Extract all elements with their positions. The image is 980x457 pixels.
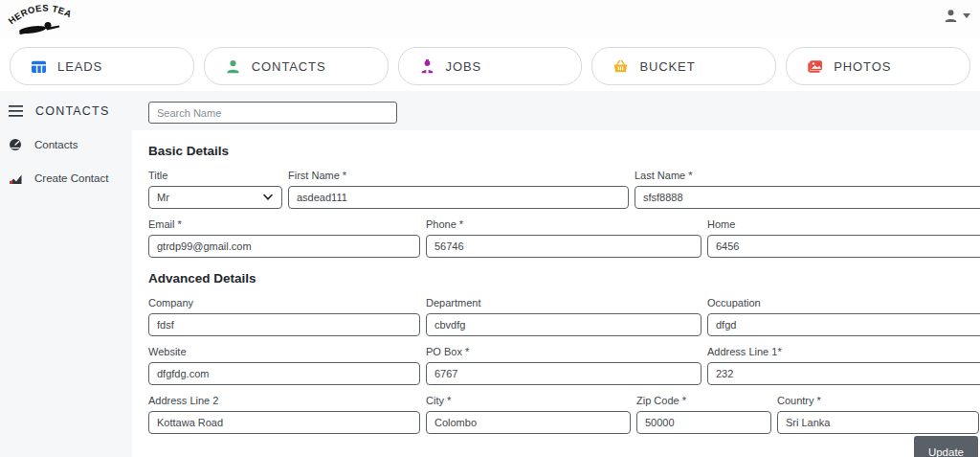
last-name-input[interactable] <box>635 186 980 209</box>
website-label: Website <box>148 346 420 357</box>
company-input[interactable] <box>148 313 420 336</box>
address-line-1-label: Address Line 1* <box>707 346 980 357</box>
sidebar: CONTACTS Contacts Create Contact <box>0 91 132 457</box>
user-icon <box>943 8 959 24</box>
tab-label: JOBS <box>446 59 482 74</box>
person-icon <box>225 58 241 75</box>
tab-label: PHOTOS <box>834 59 891 74</box>
first-name-label: First Name * <box>288 170 629 181</box>
company-label: Company <box>148 297 420 308</box>
form-row: Address Line 2 City * Zip Code * Country… <box>148 395 980 434</box>
tab-label: CONTACTS <box>252 59 326 74</box>
tab-bucket[interactable]: BUCKET <box>591 47 776 85</box>
advanced-details-heading: Advanced Details <box>148 271 980 286</box>
phone-input[interactable] <box>426 235 702 258</box>
form-row: Title Mr First Name * Last Name * <box>148 170 980 209</box>
website-input[interactable] <box>148 362 420 385</box>
sidebar-item-label: Create Contact <box>34 172 108 184</box>
update-button[interactable]: Update <box>914 436 978 457</box>
city-input[interactable] <box>426 411 631 434</box>
menu-icon[interactable] <box>9 105 23 117</box>
user-menu[interactable] <box>943 8 970 24</box>
tab-leads[interactable]: LEADS <box>10 47 194 85</box>
sidebar-item-label: Contacts <box>34 139 78 150</box>
chevron-down-icon <box>963 13 970 18</box>
heroes-team-logo[interactable]: HEROES TEAM <box>4 0 80 38</box>
address-line-2-label: Address Line 2 <box>148 395 420 406</box>
title-select-value: Mr <box>157 192 169 203</box>
photo-icon <box>807 58 823 75</box>
heroes-team-logo-icon: HEROES TEAM <box>4 0 80 38</box>
zip-code-label: Zip Code * <box>636 395 771 406</box>
main-nav-tabs: LEADS CONTACTS JOBS <box>0 43 980 87</box>
contact-form-panel: Basic Details Title Mr First Name * Last… <box>132 130 980 457</box>
chevron-down-icon <box>263 194 273 200</box>
occupation-input[interactable] <box>707 313 980 336</box>
email-input[interactable] <box>148 235 420 258</box>
sidebar-item-contacts[interactable]: Contacts <box>0 138 132 151</box>
last-name-label: Last Name * <box>635 170 980 181</box>
title-label: Title <box>148 170 282 181</box>
search-input[interactable] <box>148 102 397 124</box>
po-box-input[interactable] <box>426 362 702 385</box>
occupation-label: Occupation <box>707 297 980 308</box>
department-input[interactable] <box>426 313 702 336</box>
table-icon <box>31 58 47 75</box>
form-row: Company Department Occupation <box>148 297 980 336</box>
city-label: City * <box>426 395 631 406</box>
po-box-label: PO Box * <box>426 346 702 357</box>
tab-label: BUCKET <box>639 59 695 74</box>
tab-label: LEADS <box>57 59 102 74</box>
department-label: Department <box>426 297 702 308</box>
tab-contacts[interactable]: CONTACTS <box>204 47 389 85</box>
logo-text: HEROES TEAM <box>4 0 74 26</box>
zip-code-input[interactable] <box>636 411 771 434</box>
form-row: Email * Phone * Home <box>148 218 980 258</box>
tab-photos[interactable]: PHOTOS <box>786 47 970 85</box>
basket-icon <box>612 58 629 75</box>
sidebar-header: CONTACTS <box>0 91 132 118</box>
dashboard-gauge-icon <box>9 138 22 151</box>
app-header: HEROES TEAM <box>0 0 980 38</box>
chart-icon <box>9 171 22 185</box>
country-input[interactable] <box>777 411 979 434</box>
sidebar-title: CONTACTS <box>35 104 109 118</box>
address-line-1-input[interactable] <box>707 362 980 385</box>
phone-label: Phone * <box>426 218 702 230</box>
person-job-icon <box>419 58 435 75</box>
address-line-2-input[interactable] <box>148 411 420 434</box>
email-label: Email * <box>148 218 420 230</box>
first-name-input[interactable] <box>288 186 629 209</box>
tab-jobs[interactable]: JOBS <box>398 47 583 85</box>
sidebar-item-create-contact[interactable]: Create Contact <box>0 171 132 185</box>
home-label: Home <box>707 218 980 230</box>
home-input[interactable] <box>707 235 980 258</box>
basic-details-heading: Basic Details <box>148 144 980 158</box>
country-label: Country * <box>777 395 979 406</box>
content-area: CONTACTS Contacts Create Contact <box>0 91 980 457</box>
svg-text:HEROES TEAM: HEROES TEAM <box>4 0 74 26</box>
title-select[interactable]: Mr <box>148 186 282 209</box>
form-row: Website PO Box * Address Line 1* <box>148 346 980 385</box>
